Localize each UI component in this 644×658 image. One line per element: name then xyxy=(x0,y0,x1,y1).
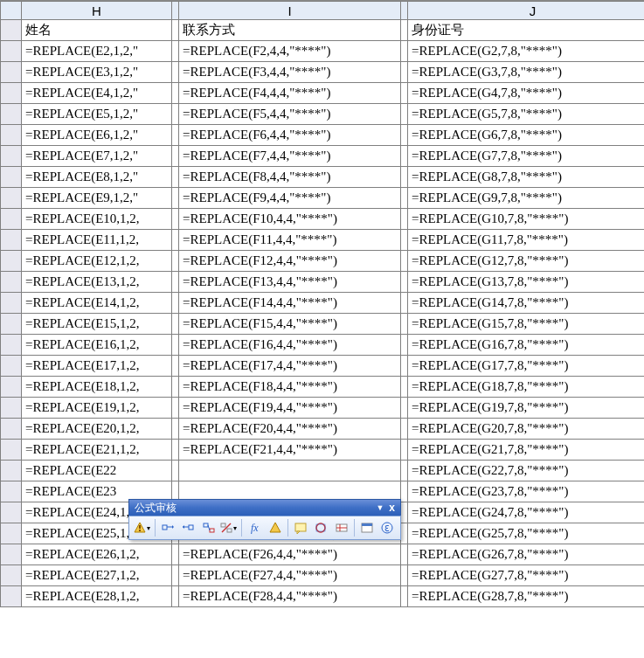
error-check-icon[interactable]: ▾ xyxy=(133,518,151,537)
row-header[interactable] xyxy=(1,62,22,83)
cell[interactable]: =REPLACE(G15,7,8,"****") xyxy=(408,314,645,335)
cell[interactable]: =REPLACE(E8,1,2," xyxy=(22,167,172,188)
cell[interactable]: =REPLACE(F27,4,4,"****") xyxy=(179,565,401,586)
trace-error-icon[interactable] xyxy=(199,518,218,537)
cell[interactable]: =REPLACE(F10,4,4,"****") xyxy=(179,209,401,230)
cell[interactable]: =REPLACE(G5,7,8,"****") xyxy=(408,104,645,125)
cell[interactable]: =REPLACE(G24,7,8,"****") xyxy=(408,502,645,523)
row-header[interactable] xyxy=(1,188,22,209)
row-header[interactable] xyxy=(1,481,22,502)
cell[interactable]: =REPLACE(F15,4,4,"****") xyxy=(179,314,401,335)
row-header[interactable] xyxy=(1,565,22,586)
cell[interactable]: =REPLACE(E6,1,2," xyxy=(22,125,172,146)
cell[interactable]: 姓名 xyxy=(22,20,172,41)
cell[interactable]: =REPLACE(G28,7,8,"****") xyxy=(408,586,645,607)
row-header[interactable] xyxy=(1,314,22,335)
cell[interactable]: =REPLACE(E3,1,2," xyxy=(22,62,172,83)
row-header[interactable] xyxy=(1,251,22,272)
cell[interactable]: =REPLACE(F17,4,4,"****") xyxy=(179,356,401,377)
show-formulas-icon[interactable] xyxy=(332,518,350,537)
col-header-h[interactable]: H xyxy=(22,2,172,20)
row-header[interactable] xyxy=(1,209,22,230)
cell[interactable]: =REPLACE(F9,4,4,"****") xyxy=(179,188,401,209)
row-header[interactable] xyxy=(1,293,22,314)
cell[interactable]: =REPLACE(E17,1,2, xyxy=(22,356,172,377)
row-header[interactable] xyxy=(1,167,22,188)
cell[interactable]: =REPLACE(F7,4,4,"****") xyxy=(179,146,401,167)
cell[interactable]: =REPLACE(F2,4,4,"****") xyxy=(179,41,401,62)
cell[interactable]: =REPLACE(E22 xyxy=(22,461,172,481)
row-header[interactable] xyxy=(1,104,22,125)
row-header[interactable] xyxy=(1,335,22,356)
cell[interactable]: =REPLACE(E18,1,2, xyxy=(22,377,172,398)
cell[interactable]: =REPLACE(E28,1,2, xyxy=(22,586,172,607)
row-header[interactable] xyxy=(1,419,22,440)
cell[interactable]: =REPLACE(G12,7,8,"****") xyxy=(408,251,645,272)
cell[interactable]: =REPLACE(E2,1,2," xyxy=(22,41,172,62)
cell[interactable]: =REPLACE(F5,4,4,"****") xyxy=(179,104,401,125)
row-header[interactable] xyxy=(1,377,22,398)
cell[interactable]: =REPLACE(E7,1,2," xyxy=(22,146,172,167)
row-header[interactable] xyxy=(1,502,22,523)
cell[interactable]: =REPLACE(G20,7,8,"****") xyxy=(408,419,645,440)
cell[interactable]: =REPLACE(E15,1,2, xyxy=(22,314,172,335)
trace-dependents-icon[interactable] xyxy=(179,518,197,537)
cell[interactable]: =REPLACE(F16,4,4,"****") xyxy=(179,335,401,356)
cell[interactable]: =REPLACE(G11,7,8,"****") xyxy=(408,230,645,251)
row-header[interactable] xyxy=(1,83,22,104)
cell[interactable]: =REPLACE(G14,7,8,"****") xyxy=(408,293,645,314)
cell[interactable]: =REPLACE(G27,7,8,"****") xyxy=(408,565,645,586)
trace-precedents-icon[interactable] xyxy=(159,518,177,537)
col-header-i[interactable]: I xyxy=(179,2,401,20)
row-header[interactable] xyxy=(1,356,22,377)
row-header[interactable] xyxy=(1,41,22,62)
cell[interactable]: =REPLACE(G8,7,8,"****") xyxy=(408,167,645,188)
cell[interactable]: =REPLACE(E27,1,2, xyxy=(22,565,172,586)
cell[interactable]: =REPLACE(F14,4,4,"****") xyxy=(179,293,401,314)
cell[interactable]: =REPLACE(F19,4,4,"****") xyxy=(179,398,401,419)
row-header[interactable] xyxy=(1,461,22,481)
cell[interactable] xyxy=(179,461,401,481)
toolbar-options-arrow[interactable]: ▼ xyxy=(376,500,384,516)
cell[interactable]: =REPLACE(G23,7,8,"****") xyxy=(408,481,645,502)
cell[interactable]: =REPLACE(F20,4,4,"****") xyxy=(179,419,401,440)
cell[interactable]: =REPLACE(E21,1,2, xyxy=(22,440,172,461)
evaluate-formula-icon[interactable]: fx xyxy=(246,518,264,537)
cell[interactable]: =REPLACE(G19,7,8,"****") xyxy=(408,398,645,419)
row-header[interactable] xyxy=(1,440,22,461)
cell[interactable]: =REPLACE(E14,1,2, xyxy=(22,293,172,314)
cell[interactable]: =REPLACE(E20,1,2, xyxy=(22,419,172,440)
cell[interactable]: 身份证号 xyxy=(408,20,645,41)
row-header[interactable] xyxy=(1,523,22,544)
cell[interactable]: =REPLACE(G22,7,8,"****") xyxy=(408,461,645,481)
cell[interactable]: =REPLACE(F12,4,4,"****") xyxy=(179,251,401,272)
cell[interactable]: =REPLACE(G3,7,8,"****") xyxy=(408,62,645,83)
row-header[interactable] xyxy=(1,146,22,167)
cell[interactable]: 联系方式 xyxy=(179,20,401,41)
cell[interactable]: =REPLACE(G16,7,8,"****") xyxy=(408,335,645,356)
row-header[interactable] xyxy=(1,20,22,41)
row-header[interactable] xyxy=(1,544,22,565)
cell[interactable]: =REPLACE(G25,7,8,"****") xyxy=(408,523,645,544)
cell[interactable]: =REPLACE(E10,1,2, xyxy=(22,209,172,230)
col-header-j[interactable]: J xyxy=(408,2,645,20)
cell[interactable]: =REPLACE(G7,7,8,"****") xyxy=(408,146,645,167)
cell[interactable]: =REPLACE(F6,4,4,"****") xyxy=(179,125,401,146)
cell[interactable]: =REPLACE(F28,4,4,"****") xyxy=(179,586,401,607)
cell[interactable]: =REPLACE(E5,1,2," xyxy=(22,104,172,125)
cell[interactable]: =REPLACE(G13,7,8,"****") xyxy=(408,272,645,293)
cell[interactable]: =REPLACE(E26,1,2, xyxy=(22,544,172,565)
cell[interactable]: =REPLACE(F26,4,4,"****") xyxy=(179,544,401,565)
toolbar-titlebar[interactable]: 公式审核 ▼ x xyxy=(128,499,401,516)
cell[interactable]: =REPLACE(G10,7,8,"****") xyxy=(408,209,645,230)
cell[interactable]: =REPLACE(G9,7,8,"****") xyxy=(408,188,645,209)
cell[interactable]: =REPLACE(F8,4,4,"****") xyxy=(179,167,401,188)
corner-cell[interactable] xyxy=(1,2,22,20)
cell[interactable]: =REPLACE(G2,7,8,"****") xyxy=(408,41,645,62)
row-header[interactable] xyxy=(1,230,22,251)
cell[interactable]: =REPLACE(G4,7,8,"****") xyxy=(408,83,645,104)
cell[interactable]: =REPLACE(E9,1,2," xyxy=(22,188,172,209)
validation-list-icon[interactable] xyxy=(312,518,330,537)
row-header[interactable] xyxy=(1,586,22,607)
cell[interactable]: =REPLACE(E11,1,2, xyxy=(22,230,172,251)
